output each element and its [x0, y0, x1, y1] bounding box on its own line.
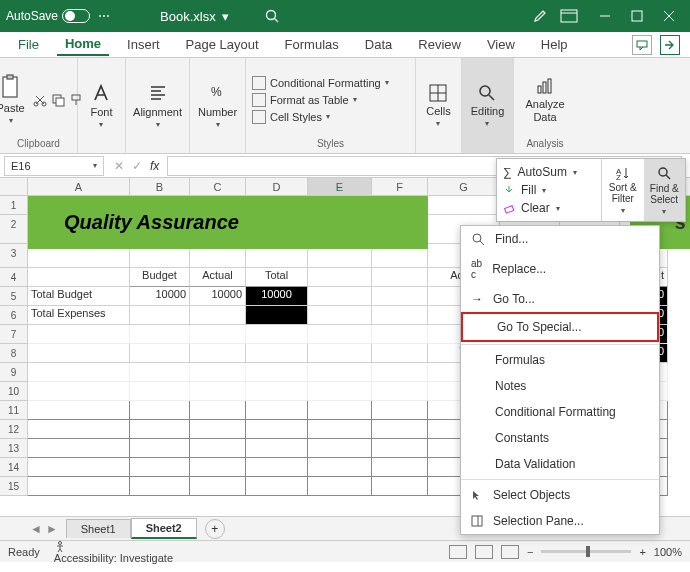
ribbon-display-icon[interactable]: [560, 9, 578, 23]
svg-point-34: [473, 234, 481, 242]
row-header[interactable]: 13: [0, 439, 28, 458]
row-header[interactable]: 6: [0, 306, 28, 325]
format-as-table-button[interactable]: Format as Table▾: [252, 93, 389, 107]
sort-filter-button[interactable]: AZSort & Filter▾: [602, 159, 644, 221]
sheet-tab-1[interactable]: Sheet1: [66, 519, 131, 538]
analyze-data-button[interactable]: Analyze Data: [520, 74, 570, 124]
autosave-toggle[interactable]: AutoSave: [6, 9, 90, 23]
accessibility-status[interactable]: Accessibility: Investigate: [54, 540, 173, 564]
row-header[interactable]: 15: [0, 477, 28, 496]
zoom-out-button[interactable]: −: [527, 546, 533, 558]
row-header[interactable]: 1: [0, 196, 28, 215]
find-select-button[interactable]: Find & Select▾: [644, 159, 686, 221]
cell[interactable]: Total Budget: [28, 287, 130, 306]
cut-icon[interactable]: [33, 93, 47, 107]
autosum-button[interactable]: ∑AutoSum ▾: [503, 163, 595, 181]
cell[interactable]: [246, 306, 308, 325]
tab-insert[interactable]: Insert: [119, 34, 168, 55]
share-button[interactable]: [660, 35, 680, 55]
menu-notes[interactable]: Notes: [461, 373, 659, 399]
search-icon[interactable]: [264, 8, 280, 24]
zoom-level[interactable]: 100%: [654, 546, 682, 558]
select-all-corner[interactable]: [0, 178, 28, 195]
cell[interactable]: 10000: [190, 287, 246, 306]
menu-cond-fmt[interactable]: Conditional Formatting: [461, 399, 659, 425]
tab-review[interactable]: Review: [410, 34, 469, 55]
menu-selection-pane[interactable]: Selection Pane...: [461, 508, 659, 534]
name-box[interactable]: E16▾: [4, 156, 104, 176]
view-normal-button[interactable]: [449, 545, 467, 559]
clear-button[interactable]: Clear ▾: [503, 199, 595, 217]
tab-home[interactable]: Home: [57, 33, 109, 56]
menu-replace[interactable]: abcReplace...: [461, 252, 659, 286]
cells-button[interactable]: Cells▾: [424, 81, 452, 130]
col-header[interactable]: C: [190, 178, 246, 195]
view-page-layout-button[interactable]: [475, 545, 493, 559]
row-header[interactable]: 3: [0, 244, 28, 268]
svg-line-35: [480, 241, 484, 245]
row-header[interactable]: 8: [0, 344, 28, 363]
row-header[interactable]: 9: [0, 363, 28, 382]
svg-rect-28: [548, 79, 551, 93]
comments-button[interactable]: [632, 35, 652, 55]
col-header[interactable]: F: [372, 178, 428, 195]
col-header[interactable]: B: [130, 178, 190, 195]
pen-icon[interactable]: [532, 8, 548, 24]
fx-icon[interactable]: fx: [150, 159, 159, 173]
quick-access-more[interactable]: ⋯: [98, 9, 110, 23]
cell-styles-button[interactable]: Cell Styles▾: [252, 110, 389, 124]
add-sheet-button[interactable]: +: [205, 519, 225, 539]
tab-formulas[interactable]: Formulas: [277, 34, 347, 55]
next-sheet-icon[interactable]: ►: [46, 522, 58, 536]
cell[interactable]: Total Expenses: [28, 306, 130, 325]
tab-page-layout[interactable]: Page Layout: [178, 34, 267, 55]
tab-view[interactable]: View: [479, 34, 523, 55]
cell[interactable]: Actual: [190, 268, 246, 287]
number-button[interactable]: %Number▾: [196, 80, 239, 131]
document-title[interactable]: Book.xlsx ▾: [160, 9, 229, 24]
menu-find[interactable]: Find...: [461, 226, 659, 252]
cell[interactable]: Budget: [130, 268, 190, 287]
editing-button[interactable]: Editing▾: [469, 81, 507, 130]
close-button[interactable]: [654, 4, 684, 28]
row-header[interactable]: 12: [0, 420, 28, 439]
sheet-tab-2[interactable]: Sheet2: [131, 518, 197, 539]
fill-button[interactable]: Fill ▾: [503, 181, 595, 199]
cancel-formula-icon[interactable]: ✕: [114, 159, 124, 173]
row-header[interactable]: 7: [0, 325, 28, 344]
minimize-button[interactable]: [590, 4, 620, 28]
cell[interactable]: Total: [246, 268, 308, 287]
col-header[interactable]: A: [28, 178, 130, 195]
copy-icon[interactable]: [51, 93, 65, 107]
cell[interactable]: 10000: [246, 287, 308, 306]
row-header[interactable]: 4: [0, 268, 28, 287]
menu-goto-special[interactable]: Go To Special...: [461, 312, 659, 342]
tab-help[interactable]: Help: [533, 34, 576, 55]
row-header[interactable]: 2: [0, 215, 28, 244]
zoom-slider[interactable]: [541, 550, 631, 553]
row-header[interactable]: 10: [0, 382, 28, 401]
row-header[interactable]: 14: [0, 458, 28, 477]
prev-sheet-icon[interactable]: ◄: [30, 522, 42, 536]
col-header[interactable]: G: [428, 178, 500, 195]
cell[interactable]: 10000: [130, 287, 190, 306]
menu-goto[interactable]: →Go To...: [461, 286, 659, 312]
zoom-in-button[interactable]: +: [639, 546, 645, 558]
conditional-formatting-button[interactable]: Conditional Formatting▾: [252, 76, 389, 90]
menu-select-objects[interactable]: Select Objects: [461, 482, 659, 508]
row-header[interactable]: 5: [0, 287, 28, 306]
tab-data[interactable]: Data: [357, 34, 400, 55]
paste-button[interactable]: Paste▾: [0, 72, 27, 127]
tab-file[interactable]: File: [10, 34, 47, 55]
menu-data-validation[interactable]: Data Validation: [461, 451, 659, 477]
view-page-break-button[interactable]: [501, 545, 519, 559]
accept-formula-icon[interactable]: ✓: [132, 159, 142, 173]
maximize-button[interactable]: [622, 4, 652, 28]
font-button[interactable]: Font▾: [88, 80, 114, 131]
menu-constants[interactable]: Constants: [461, 425, 659, 451]
col-header[interactable]: E: [308, 178, 372, 195]
col-header[interactable]: D: [246, 178, 308, 195]
row-header[interactable]: 11: [0, 401, 28, 420]
menu-formulas[interactable]: Formulas: [461, 347, 659, 373]
alignment-button[interactable]: Alignment▾: [131, 80, 184, 131]
